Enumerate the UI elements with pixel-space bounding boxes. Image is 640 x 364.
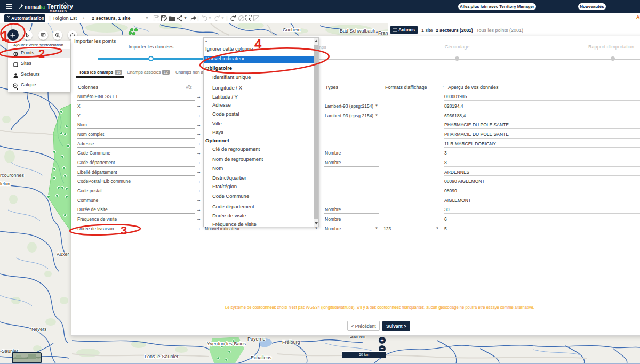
svg-text:3: 3 (121, 224, 127, 237)
svg-text:4: 4 (254, 37, 262, 51)
svg-text:1: 1 (1, 28, 9, 44)
svg-text:2: 2 (38, 47, 45, 60)
